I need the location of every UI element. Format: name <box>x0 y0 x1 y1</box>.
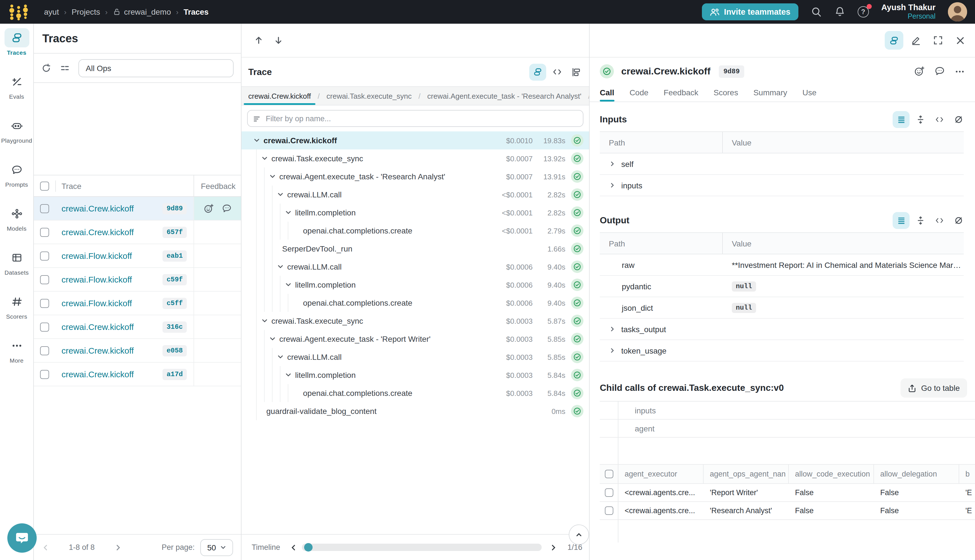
notifications-bell-icon[interactable] <box>835 6 845 17</box>
table-row[interactable]: crewai.Crew.kickoff 316c <box>34 315 241 339</box>
code-view-icon[interactable] <box>931 212 948 229</box>
page-previous-icon[interactable] <box>42 543 50 551</box>
row-checkbox[interactable] <box>604 507 613 515</box>
timeline-next-icon[interactable] <box>549 543 558 551</box>
call-tree-row[interactable]: crewai.Task.execute_sync $0.0007 13.92s <box>242 150 589 167</box>
column-header[interactable]: allow_code_execution <box>789 465 874 483</box>
go-to-table-button[interactable]: Go to table <box>900 378 967 398</box>
call-tree-row[interactable]: crewai.LLM.call <$0.0001 2.82s <box>242 185 589 203</box>
comment-icon[interactable] <box>934 66 945 77</box>
per-page-select[interactable]: 50 <box>200 539 233 556</box>
call-tree-row[interactable]: openai.chat.completions.create $0.0006 9… <box>242 294 589 312</box>
invite-teammates-button[interactable]: Invite teammates <box>702 3 798 20</box>
call-tree-row[interactable]: guardrail-validate_blog_content 0ms <box>242 402 589 420</box>
tree-view-icon[interactable] <box>529 63 546 80</box>
op-filter-input[interactable] <box>247 110 583 127</box>
output-row-raw[interactable]: raw **Investment Report: AI in Chemical … <box>600 254 964 276</box>
trace-column-header[interactable]: Trace <box>62 181 194 190</box>
call-tree-row[interactable]: openai.chat.completions.create $0.0003 5… <box>242 384 589 402</box>
next-call-icon[interactable] <box>274 35 283 45</box>
tab-summary[interactable]: Summary <box>753 88 787 102</box>
trace-link[interactable]: crewai.Flow.kickoff <box>62 298 132 308</box>
sidebar-item-more[interactable]: More <box>1 336 32 373</box>
trace-link[interactable]: crewai.Crew.kickoff <box>62 322 134 332</box>
trace-link[interactable]: crewai.Flow.kickoff <box>62 275 132 284</box>
output-row-pydantic[interactable]: pydantic null <box>600 276 964 297</box>
call-tree-row[interactable]: crewai.Agent.execute_task - 'Research An… <box>242 167 589 185</box>
trace-crumb-tab[interactable]: crewai.Task.execute_sync <box>320 87 418 105</box>
trace-link[interactable]: crewai.Flow.kickoff <box>62 251 132 260</box>
hide-values-icon[interactable] <box>950 111 967 128</box>
code-view-icon[interactable] <box>931 111 948 128</box>
sidebar-item-prompts[interactable]: Prompts <box>1 160 32 197</box>
row-checkbox[interactable] <box>40 204 49 213</box>
table-row[interactable]: crewai.Flow.kickoff eab1 <box>34 244 241 268</box>
call-tree-row[interactable]: crewai.Agent.execute_task - 'Report Writ… <box>242 330 589 348</box>
tab-code[interactable]: Code <box>629 88 648 102</box>
column-header[interactable]: allow_delegation <box>874 465 959 483</box>
output-row-token-usage[interactable]: token_usage <box>600 340 964 362</box>
sidebar-item-models[interactable]: Models <box>1 204 32 242</box>
call-tree-row[interactable]: SerperDevTool._run 1.66s <box>242 240 589 258</box>
tab-use[interactable]: Use <box>802 88 816 102</box>
sidebar-item-datasets[interactable]: Datasets <box>1 248 32 285</box>
wandb-logo-icon[interactable] <box>8 3 29 20</box>
table-row[interactable]: crewai.Crew.kickoff 9d89 <box>34 197 241 220</box>
code-view-icon[interactable] <box>548 63 565 80</box>
select-all-checkbox[interactable] <box>40 181 49 190</box>
hide-values-icon[interactable] <box>950 212 967 229</box>
column-header[interactable]: agent_executor <box>618 465 704 483</box>
column-header[interactable]: agent_ops_agent_nan <box>704 465 789 483</box>
call-tree-row[interactable]: crewai.LLM.call $0.0006 9.40s <box>242 258 589 276</box>
breadcrumb-project[interactable]: crewai_demo <box>124 7 171 17</box>
row-checkbox[interactable] <box>40 275 49 284</box>
expand-rows-icon[interactable] <box>912 212 929 229</box>
sidebar-item-scorers[interactable]: Scorers <box>1 292 32 329</box>
trace-link[interactable]: crewai.Crew.kickoff <box>62 369 134 379</box>
row-checkbox[interactable] <box>40 298 49 308</box>
scroll-top-button[interactable] <box>569 525 589 545</box>
tab-feedback[interactable]: Feedback <box>664 88 698 102</box>
sidebar-item-evals[interactable]: Evals <box>1 72 32 109</box>
select-all-checkbox[interactable] <box>604 470 613 478</box>
call-tree-row[interactable]: litellm.completion <$0.0001 2.82s <box>242 203 589 222</box>
row-checkbox[interactable] <box>40 370 49 379</box>
input-row-inputs[interactable]: inputs <box>600 175 964 196</box>
help-icon[interactable]: ? <box>858 6 869 17</box>
search-icon[interactable] <box>811 6 822 17</box>
trace-crumb-tab[interactable]: crewai.Crew.kickoff <box>242 87 318 105</box>
row-checkbox[interactable] <box>40 322 49 331</box>
table-row[interactable]: <crewai.agents.cre... 'Report Writer' Fa… <box>600 484 975 502</box>
sidebar-item-playground[interactable]: Playground <box>1 116 32 153</box>
table-row[interactable]: crewai.Flow.kickoff c5ff <box>34 292 241 315</box>
page-next-icon[interactable] <box>114 543 122 551</box>
call-tree-row[interactable]: crewai.Task.execute_sync $0.0003 5.87s <box>242 312 589 330</box>
expand-rows-icon[interactable] <box>912 111 929 128</box>
edit-icon[interactable] <box>907 31 925 50</box>
output-row-json-dict[interactable]: json_dict null <box>600 297 964 318</box>
breadcrumb-projects[interactable]: Projects <box>72 7 100 17</box>
trace-crumb-tab[interactable]: crewai.Agent.execute_task - 'Research An… <box>421 87 588 105</box>
timeline-previous-icon[interactable] <box>289 543 297 551</box>
input-row-self[interactable]: self <box>600 153 964 175</box>
table-row[interactable]: crewai.Crew.kickoff 657f <box>34 220 241 244</box>
support-chat-button[interactable] <box>7 523 37 553</box>
call-tree-row[interactable]: litellm.completion $0.0006 9.40s <box>242 276 589 294</box>
flame-graph-icon[interactable] <box>568 63 584 80</box>
comment-icon[interactable] <box>222 203 232 213</box>
row-checkbox[interactable] <box>604 488 613 497</box>
call-tree-row[interactable]: openai.chat.completions.create <$0.0001 … <box>242 222 589 240</box>
trace-link[interactable]: crewai.Crew.kickoff <box>62 346 134 355</box>
table-view-icon[interactable] <box>893 212 910 229</box>
table-view-icon[interactable] <box>893 111 910 128</box>
table-row[interactable]: crewai.Crew.kickoff e058 <box>34 339 241 363</box>
timeline-slider-handle[interactable] <box>304 543 312 552</box>
row-checkbox[interactable] <box>40 346 49 355</box>
add-reaction-icon[interactable] <box>204 203 214 213</box>
call-tree-row[interactable]: crewai.LLM.call $0.0003 5.85s <box>242 348 589 366</box>
table-row[interactable]: crewai.Crew.kickoff a17d <box>34 363 241 386</box>
call-tree-row[interactable]: litellm.completion $0.0003 5.84s <box>242 366 589 384</box>
close-icon[interactable] <box>951 31 969 50</box>
tree-view-icon[interactable] <box>885 31 903 50</box>
add-reaction-icon[interactable] <box>914 66 925 77</box>
